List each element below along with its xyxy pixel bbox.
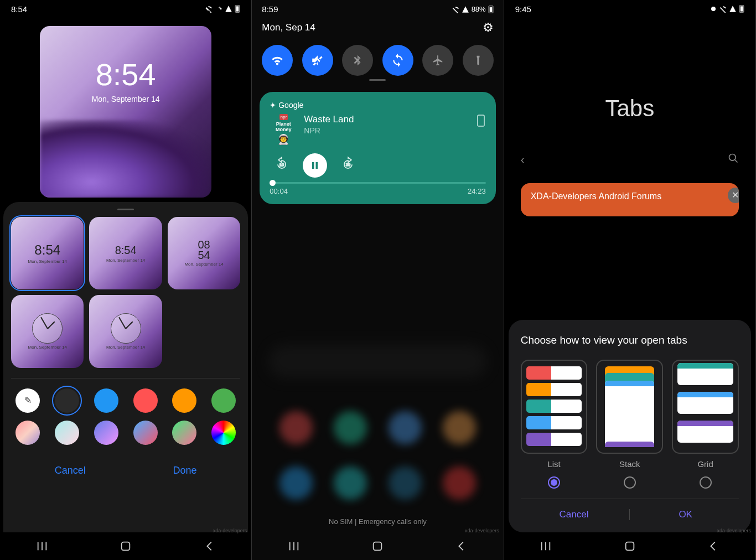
ok-button[interactable]: OK — [632, 509, 739, 520]
recents-icon[interactable] — [36, 540, 48, 552]
radio-list[interactable] — [548, 476, 560, 489]
drag-handle[interactable] — [117, 209, 134, 210]
color-gradient-4[interactable] — [133, 421, 158, 445]
color-custom[interactable]: ✎ — [15, 388, 40, 413]
media-artist: NPR — [304, 126, 469, 135]
color-blue[interactable] — [94, 388, 118, 413]
quick-settings — [262, 45, 493, 76]
radio-stack[interactable] — [624, 476, 636, 489]
flashlight-toggle[interactable] — [463, 45, 494, 76]
option-list[interactable]: List — [521, 360, 588, 489]
svg-rect-7 — [489, 7, 492, 12]
color-black[interactable] — [55, 388, 79, 413]
color-gradient-2[interactable] — [55, 421, 79, 445]
analog-clock-icon — [111, 313, 141, 344]
color-orange[interactable] — [172, 388, 196, 413]
statusbar: 8:59 88% — [262, 4, 493, 14]
navbar — [252, 532, 503, 560]
home-icon[interactable] — [371, 540, 384, 552]
close-tab-icon[interactable]: ✕ — [728, 188, 739, 203]
widget-style-1[interactable]: 8:54 Mon, September 14 — [11, 217, 84, 289]
wifi-toggle[interactable] — [262, 45, 293, 76]
media-source: ✦ Google — [270, 101, 485, 110]
media-notification[interactable]: ✦ Google npr Planet Money 👨‍🚀 Waste Land… — [260, 92, 495, 204]
tab-card[interactable]: XDA-Developers Android Forums ✕ — [521, 183, 739, 216]
airplane-toggle[interactable] — [422, 45, 453, 76]
back-icon[interactable] — [707, 540, 719, 552]
svg-rect-25 — [625, 542, 634, 551]
svg-rect-5 — [122, 542, 130, 551]
back-icon[interactable] — [455, 540, 468, 552]
widget-style-4[interactable]: Mon, September 14 — [11, 295, 84, 367]
svg-text:30: 30 — [346, 163, 350, 167]
statusbar-icons — [205, 5, 240, 13]
option-grid[interactable]: Grid — [672, 360, 739, 489]
cancel-button[interactable]: Cancel — [521, 509, 628, 520]
radio-grid[interactable] — [700, 476, 712, 489]
statusbar-icons: 88% — [452, 4, 494, 14]
rotate-toggle[interactable] — [382, 45, 413, 76]
statusbar: 8:54 — [0, 0, 251, 18]
blurred-background: No SIM | Emergency calls only — [252, 208, 503, 532]
home-icon[interactable] — [624, 540, 636, 552]
clock-widget-preview: 8:54 Mon, September 14 — [40, 26, 211, 198]
svg-point-20 — [729, 154, 736, 161]
pause-button[interactable] — [303, 153, 327, 178]
color-red[interactable] — [133, 388, 158, 413]
recents-icon[interactable] — [540, 540, 552, 552]
statusbar-time: 8:54 — [11, 4, 27, 14]
widget-style-5[interactable]: Mon, September 14 — [89, 295, 162, 367]
sheet-title: Choose how to view your open tabs — [521, 334, 739, 346]
svg-rect-8 — [478, 115, 484, 126]
watermark: xda-developers — [213, 528, 247, 533]
done-button[interactable]: Done — [173, 465, 196, 476]
page-title: Tabs — [504, 95, 755, 122]
color-gradient-5[interactable] — [172, 421, 196, 445]
search-icon[interactable] — [728, 153, 739, 167]
bluetooth-toggle[interactable] — [342, 45, 373, 76]
color-gradient-3[interactable] — [94, 421, 118, 445]
navbar — [504, 532, 755, 560]
widget-style-3[interactable]: 08 54 Mon, September 14 — [168, 217, 240, 289]
home-icon[interactable] — [120, 540, 132, 552]
media-elapsed: 00:04 — [270, 187, 288, 195]
svg-rect-16 — [374, 542, 382, 551]
media-seekbar[interactable] — [270, 182, 485, 184]
panel-drag-handle[interactable] — [369, 79, 386, 81]
color-gradient-1[interactable] — [15, 421, 40, 445]
watermark: xda-developers — [717, 528, 751, 533]
recents-icon[interactable] — [288, 540, 300, 552]
color-gradient-6[interactable] — [211, 421, 236, 445]
back-icon[interactable]: ‹ — [521, 153, 525, 166]
phone-clock-customization: 8:54 8:54 Mon, September 14 8:54 Mon, Se… — [0, 0, 252, 560]
color-green[interactable] — [211, 388, 236, 413]
back-icon[interactable] — [204, 540, 216, 552]
widget-style-2[interactable]: 8:54 Mon, September 14 — [89, 217, 162, 289]
cancel-button[interactable]: Cancel — [55, 465, 86, 476]
watermark: xda-developers — [465, 528, 499, 533]
forward-30-icon[interactable]: 30 — [340, 156, 356, 175]
svg-text:10: 10 — [279, 163, 284, 167]
media-title: Waste Land — [304, 114, 469, 125]
svg-rect-19 — [741, 6, 743, 11]
rewind-10-icon[interactable]: 10 — [274, 156, 289, 175]
color-picker: ✎ — [11, 378, 240, 445]
settings-icon[interactable]: ⚙ — [483, 20, 494, 35]
mute-toggle[interactable] — [302, 45, 333, 76]
media-artwork: npr Planet Money 👨‍🚀 — [270, 114, 297, 146]
widget-customization-panel: 8:54 Mon, September 14 8:54 Mon, Septemb… — [3, 202, 248, 532]
svg-rect-1 — [236, 6, 239, 11]
output-device-icon[interactable] — [476, 114, 486, 146]
option-stack[interactable]: Stack — [596, 360, 663, 489]
phone-browser-tabs: 9:45 Tabs ‹ XDA-Developers Android Forum… — [504, 0, 756, 560]
svg-line-21 — [734, 160, 737, 163]
svg-point-17 — [711, 7, 716, 11]
statusbar-time: 8:59 — [262, 4, 278, 14]
phone-notification-panel: 8:59 88% Mon, Sep 14 ⚙ ✦ Google npr — [252, 0, 504, 560]
preview-date: Mon, September 14 — [92, 95, 160, 103]
statusbar: 9:45 — [504, 0, 755, 18]
svg-rect-11 — [316, 162, 318, 169]
statusbar-time: 9:45 — [515, 4, 531, 14]
media-total: 24:23 — [468, 187, 486, 195]
svg-rect-10 — [312, 162, 314, 169]
